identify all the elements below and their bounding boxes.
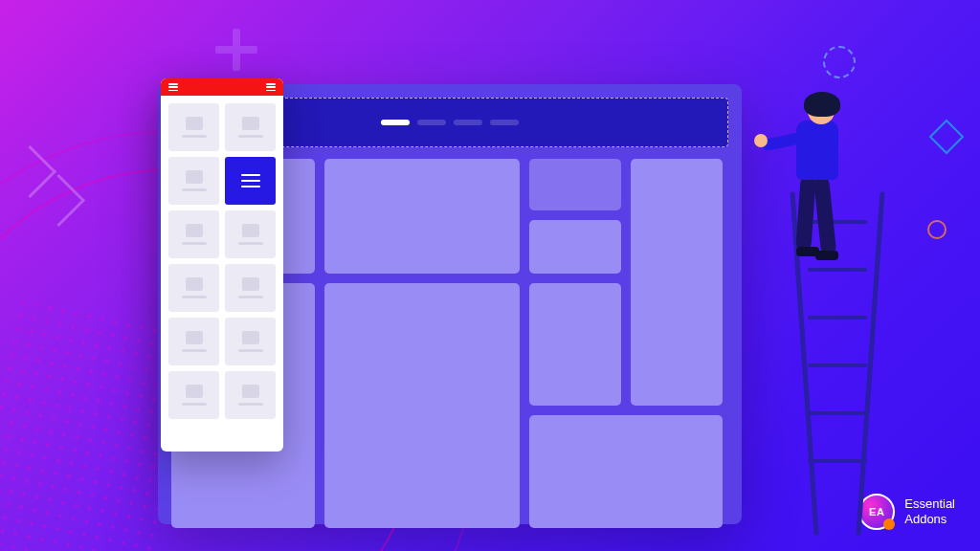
person-illustration — [775, 96, 861, 287]
bg-chevrons-icon — [2, 143, 117, 258]
grid-icon[interactable] — [266, 83, 276, 91]
widget-item[interactable] — [168, 157, 219, 205]
widget-item[interactable] — [168, 264, 219, 312]
nav-item-3[interactable] — [454, 120, 482, 125]
widget-item[interactable] — [168, 318, 219, 365]
brand-line-1: Essential — [904, 496, 955, 512]
content-block-wide[interactable] — [529, 415, 723, 528]
content-block-small[interactable] — [529, 220, 621, 274]
widget-grid — [161, 96, 283, 427]
orange-circle-icon — [927, 220, 947, 239]
hamburger-icon — [241, 174, 260, 187]
brand-text: Essential Addons — [904, 496, 955, 528]
nav-item-1[interactable] — [381, 120, 410, 125]
content-block-tall[interactable] — [631, 159, 723, 406]
widget-item[interactable] — [168, 210, 219, 258]
header-nav — [381, 120, 519, 125]
nav-item-2[interactable] — [417, 120, 446, 125]
widget-panel — [161, 78, 283, 452]
diamond-outline-icon — [929, 120, 965, 155]
widget-item[interactable] — [225, 103, 276, 151]
widget-item[interactable] — [168, 103, 219, 151]
content-block[interactable] — [324, 283, 520, 528]
brand-mark: EA Essential Addons — [858, 494, 955, 530]
content-block-small[interactable] — [529, 159, 621, 210]
nav-item-4[interactable] — [490, 120, 519, 125]
widget-item[interactable] — [168, 371, 219, 419]
content-block[interactable] — [324, 159, 520, 274]
content-block[interactable] — [529, 283, 621, 406]
widget-item[interactable] — [225, 210, 276, 258]
menu-icon[interactable] — [168, 83, 178, 91]
dashed-circle-icon — [823, 46, 856, 78]
widget-item-selected[interactable] — [225, 157, 276, 205]
widget-item[interactable] — [225, 371, 276, 419]
widget-item[interactable] — [225, 318, 276, 365]
plus-icon — [215, 29, 257, 71]
brand-line-2: Addons — [904, 512, 955, 527]
widget-item[interactable] — [225, 264, 276, 312]
widget-panel-header — [161, 78, 283, 96]
